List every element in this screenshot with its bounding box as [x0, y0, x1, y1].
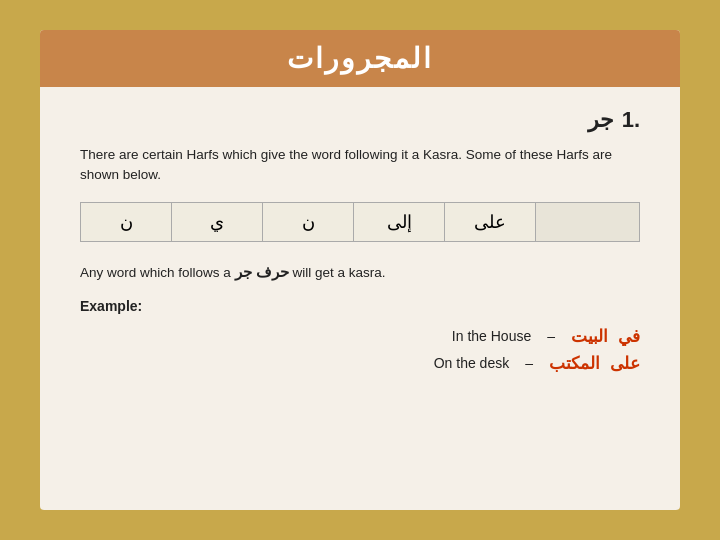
- any-word-post: will get a kasra.: [293, 265, 386, 280]
- example1-harf: ﻓﻲ: [618, 326, 640, 347]
- example1-english: In the House: [452, 328, 531, 344]
- any-word-text: Any word which follows a ﺣﺮﻑ ﺟﺮ will get…: [80, 260, 640, 284]
- section-heading: 1. ﺟﺮ: [80, 107, 640, 133]
- page-title: ﺍﻟﻤﺠﺮﻭﺭﺍﺕ: [60, 42, 660, 75]
- outer-frame: ﺍﻟﻤﺠﺮﻭﺭﺍﺕ 1. ﺟﺮ There are certain Harfs …: [20, 15, 700, 525]
- table-cell-5: ﻥ: [81, 202, 172, 241]
- section-number: 1.: [622, 107, 640, 133]
- description-text: There are certain Harfs which give the w…: [80, 145, 640, 186]
- any-word-harf: ﺣﺮﻑ ﺟﺮ: [235, 263, 289, 280]
- example-row-2: ﻋﻠﻰ ﺍﻟﻤﻜﺘﺐ – On the desk: [80, 353, 640, 374]
- table-cell-2: ﺇﻟﻰ: [354, 202, 445, 241]
- example2-english: On the desk: [434, 355, 510, 371]
- harfs-table: ﻋﻠﻰ ﺇﻟﻰ ﻥ ﻱ ﻥ: [80, 202, 640, 242]
- arabic-letter: ﺟﺮ: [588, 107, 614, 133]
- any-word-pre: Any word which follows a: [80, 265, 235, 280]
- example1-arabic: ﺍﻟﺒﻴﺖ: [571, 326, 608, 347]
- example2-harf: ﻋﻠﻰ: [610, 353, 640, 374]
- example2-dash: –: [525, 355, 533, 371]
- table-cell-empty: [536, 202, 640, 241]
- table-cell-4: ﻱ: [172, 202, 263, 241]
- example-label: Example:: [80, 298, 640, 314]
- example2-arabic: ﺍﻟﻤﻜﺘﺐ: [549, 353, 600, 374]
- table-cell-1: ﻋﻠﻰ: [445, 202, 536, 241]
- table-cell-3: ﻥ: [263, 202, 354, 241]
- example1-dash: –: [547, 328, 555, 344]
- content-card: ﺍﻟﻤﺠﺮﻭﺭﺍﺕ 1. ﺟﺮ There are certain Harfs …: [40, 30, 680, 510]
- example-row-1: ﻓﻲ ﺍﻟﺒﻴﺖ – In the House: [80, 326, 640, 347]
- main-body: 1. ﺟﺮ There are certain Harfs which give…: [40, 87, 680, 510]
- examples-container: ﻓﻲ ﺍﻟﺒﻴﺖ – In the House ﻋﻠﻰ ﺍﻟﻤﻜﺘﺐ – On …: [80, 326, 640, 374]
- title-bar: ﺍﻟﻤﺠﺮﻭﺭﺍﺕ: [40, 30, 680, 87]
